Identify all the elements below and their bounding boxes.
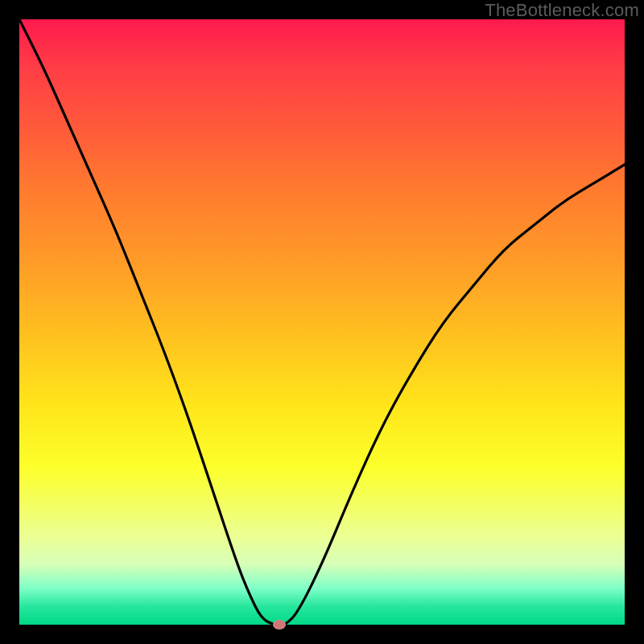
optimal-point-marker — [273, 620, 286, 630]
bottleneck-curve — [19, 19, 625, 625]
plot-area — [19, 19, 625, 625]
watermark-text: TheBottleneck.com — [485, 0, 639, 21]
chart-frame: TheBottleneck.com — [0, 0, 644, 644]
